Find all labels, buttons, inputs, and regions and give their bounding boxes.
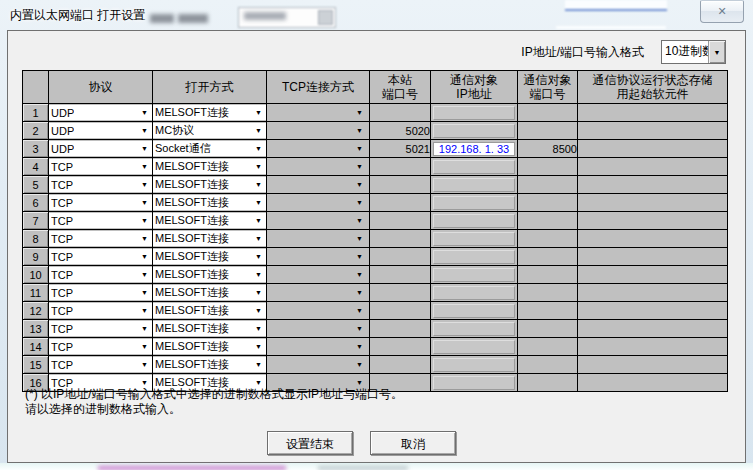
table-row: 12TCP▼MELSOFT连接▼▼ (23, 302, 728, 320)
table-row: 5TCP▼MELSOFT连接▼▼ (23, 176, 728, 194)
protocol-select[interactable]: TCP▼ (49, 321, 152, 336)
tcp-mode-select[interactable]: ▼ (267, 285, 369, 300)
protocol-select[interactable]: UDP▼ (49, 141, 152, 156)
tcp-mode-select[interactable]: ▼ (267, 159, 369, 174)
close-button[interactable]: ✕ (700, 0, 744, 23)
format-select[interactable]: 10进制数 ▼ (661, 40, 726, 64)
protocol-select[interactable]: TCP▼ (49, 285, 152, 300)
row-number-cell[interactable]: 13 (23, 320, 49, 338)
protocol-select[interactable]: TCP▼ (49, 213, 152, 228)
tcp-mode-select[interactable]: ▼ (267, 123, 369, 138)
tcp-mode-select[interactable]: ▼ (267, 105, 369, 120)
tcp-mode-cell: ▼ (267, 104, 370, 122)
local-port-cell[interactable]: 5020 (370, 122, 431, 140)
target-ip-field[interactable]: 192.168. 1. 33 (433, 142, 515, 156)
open-method-select[interactable]: MELSOFT连接▼ (153, 339, 266, 354)
row-number-cell[interactable]: 3 (23, 140, 49, 158)
chevron-down-icon: ▼ (141, 361, 148, 368)
protocol-select[interactable]: TCP▼ (49, 159, 152, 174)
row-number-cell[interactable]: 10 (23, 266, 49, 284)
protocol-select[interactable]: TCP▼ (49, 177, 152, 192)
protocol-select[interactable]: TCP▼ (49, 231, 152, 246)
tcp-mode-select[interactable]: ▼ (267, 249, 369, 264)
open-method-select[interactable]: MELSOFT连接▼ (153, 357, 266, 372)
format-select-value: 10进制数 (662, 41, 708, 63)
protocol-select[interactable]: TCP▼ (49, 339, 152, 354)
storage-device-cell (578, 338, 728, 356)
row-number-cell[interactable]: 8 (23, 230, 49, 248)
open-method-select[interactable]: MELSOFT连接▼ (153, 303, 266, 318)
open-method-select[interactable]: MELSOFT连接▼ (153, 105, 266, 120)
protocol-select-value: TCP (51, 341, 73, 353)
target-port-cell (518, 158, 578, 176)
tcp-mode-select[interactable]: ▼ (267, 177, 369, 192)
open-method-select[interactable]: Socket通信▼ (153, 141, 266, 156)
connection-table: 协议 打开方式 TCP连接方式 本站 端口号 通信对象 IP地址 通信对象 端口… (22, 70, 728, 392)
dialog: IP地址/端口号输入格式 10进制数 ▼ 协议 打开方式 TCP连接方式 本站 … (7, 30, 746, 463)
protocol-cell: TCP▼ (49, 194, 153, 212)
open-method-select[interactable]: MELSOFT连接▼ (153, 213, 266, 228)
storage-device-cell (578, 284, 728, 302)
row-number-cell[interactable]: 6 (23, 194, 49, 212)
target-ip-cell (431, 320, 518, 338)
cancel-button[interactable]: 取消 (370, 431, 456, 455)
open-method-select[interactable]: MC协议▼ (153, 123, 266, 138)
chevron-down-icon: ▼ (356, 217, 363, 224)
tcp-mode-select[interactable]: ▼ (267, 213, 369, 228)
open-method-select[interactable]: MELSOFT连接▼ (153, 285, 266, 300)
open-method-select[interactable]: MELSOFT连接▼ (153, 195, 266, 210)
chevron-down-icon: ▼ (141, 127, 148, 134)
row-number-cell[interactable]: 12 (23, 302, 49, 320)
window-title: 内置以太网端口 打开设置 (10, 7, 145, 24)
open-method-select[interactable]: MELSOFT连接▼ (153, 321, 266, 336)
tcp-mode-select[interactable]: ▼ (267, 321, 369, 336)
open-method-select[interactable]: MELSOFT连接▼ (153, 231, 266, 246)
close-icon: ✕ (717, 6, 726, 17)
row-number-cell[interactable]: 5 (23, 176, 49, 194)
open-method-select[interactable]: MELSOFT连接▼ (153, 267, 266, 282)
target-ip-field (433, 358, 515, 372)
title-bar[interactable]: 内置以太网端口 打开设置 ✕ (0, 0, 753, 30)
target-port-cell (518, 302, 578, 320)
storage-device-cell (578, 194, 728, 212)
tcp-mode-cell: ▼ (267, 284, 370, 302)
target-port-cell (518, 212, 578, 230)
row-number-cell[interactable]: 2 (23, 122, 49, 140)
row-number-cell[interactable]: 15 (23, 356, 49, 374)
chevron-down-icon: ▼ (356, 109, 363, 116)
open-method-cell: MELSOFT连接▼ (153, 230, 267, 248)
tcp-mode-select[interactable]: ▼ (267, 231, 369, 246)
target-port-cell[interactable]: 8500 (518, 140, 578, 158)
open-method-select-value: MELSOFT连接 (155, 105, 229, 120)
open-method-cell: MELSOFT连接▼ (153, 104, 267, 122)
open-method-select[interactable]: MELSOFT连接▼ (153, 177, 266, 192)
open-method-select[interactable]: MELSOFT连接▼ (153, 249, 266, 264)
tcp-mode-select[interactable]: ▼ (267, 141, 369, 156)
tcp-mode-select[interactable]: ▼ (267, 303, 369, 318)
protocol-select[interactable]: TCP▼ (49, 357, 152, 372)
tcp-mode-select[interactable]: ▼ (267, 339, 369, 354)
tcp-mode-select[interactable]: ▼ (267, 357, 369, 372)
row-number-cell[interactable]: 1 (23, 104, 49, 122)
table-row: 11TCP▼MELSOFT连接▼▼ (23, 284, 728, 302)
protocol-select[interactable]: UDP▼ (49, 105, 152, 120)
open-method-select[interactable]: MELSOFT连接▼ (153, 159, 266, 174)
local-port-cell (370, 320, 431, 338)
tcp-mode-select[interactable]: ▼ (267, 195, 369, 210)
protocol-select[interactable]: UDP▼ (49, 123, 152, 138)
local-port-cell[interactable]: 5021 (370, 140, 431, 158)
row-number-cell[interactable]: 11 (23, 284, 49, 302)
protocol-select[interactable]: TCP▼ (49, 249, 152, 264)
tcp-mode-select[interactable]: ▼ (267, 267, 369, 282)
protocol-select[interactable]: TCP▼ (49, 195, 152, 210)
row-number-cell[interactable]: 14 (23, 338, 49, 356)
row-number-cell[interactable]: 4 (23, 158, 49, 176)
protocol-select-value: TCP (51, 251, 73, 263)
confirm-button[interactable]: 设置结束 (267, 431, 353, 455)
row-number-cell[interactable]: 9 (23, 248, 49, 266)
protocol-select[interactable]: TCP▼ (49, 267, 152, 282)
open-method-cell: MC协议▼ (153, 122, 267, 140)
row-number-cell[interactable]: 7 (23, 212, 49, 230)
protocol-select-value: TCP (51, 287, 73, 299)
protocol-select[interactable]: TCP▼ (49, 303, 152, 318)
